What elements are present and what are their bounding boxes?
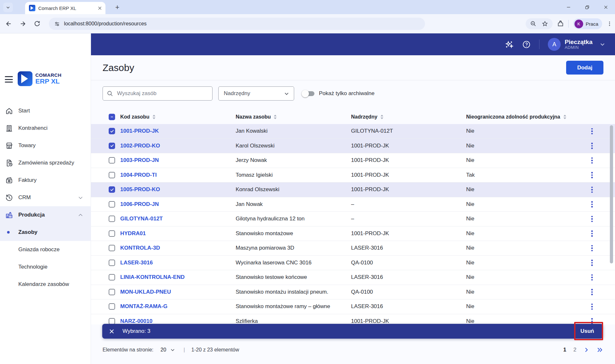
resource-code-link[interactable]: MON-UKLAD-PNEU	[120, 289, 236, 295]
window-close-button[interactable]	[596, 0, 615, 14]
table-row[interactable]: LASER-3016Wycinarka laserowa CNC 3016QA-…	[91, 256, 615, 271]
page-2-button[interactable]: 2	[574, 347, 576, 353]
forward-button[interactable]	[17, 18, 28, 29]
browser-tab[interactable]: Comarch ERP XL	[25, 2, 105, 14]
table-row[interactable]: 1003-PROD-JNJerzy Nowak1001-PROD-JKNie	[91, 153, 615, 168]
row-checkbox[interactable]	[109, 274, 115, 280]
column-header-unlimited[interactable]: Nieograniczona zdolność produkcyjna	[466, 114, 587, 120]
browser-menu-icon[interactable]	[607, 21, 612, 27]
bookmark-star-icon[interactable]	[542, 21, 548, 27]
select-all-checkbox[interactable]	[109, 114, 115, 120]
row-menu-icon[interactable]	[587, 304, 615, 310]
back-button[interactable]	[3, 18, 14, 29]
table-row[interactable]: NARZ-00010Szlifierka1001-PROD-JKNie	[91, 314, 615, 325]
hamburger-menu-icon[interactable]	[5, 76, 13, 83]
resource-code-link[interactable]: 1003-PROD-JN	[120, 157, 236, 164]
row-checkbox[interactable]	[109, 216, 115, 222]
window-restore-button[interactable]	[578, 0, 596, 14]
browser-profile[interactable]: K Praca	[573, 18, 602, 29]
parent-filter-dropdown[interactable]: Nadrzędny	[218, 86, 294, 101]
sidebar-item-start[interactable]: Start	[0, 102, 91, 120]
last-page-icon[interactable]	[596, 347, 603, 353]
table-row[interactable]: MONTAŻ-RAMA-GStanowisko montażowe ramy –…	[91, 299, 615, 314]
table-row[interactable]: LINIA-KONTROLNA-ENDStanowisko testowe ko…	[91, 270, 615, 285]
column-header-code[interactable]: Kod zasobu	[120, 114, 236, 120]
sidebar-item-zasoby[interactable]: Zasoby	[0, 224, 91, 241]
tab-search-icon[interactable]	[3, 3, 13, 12]
resource-code-link[interactable]: KONTROLA-3D	[120, 245, 236, 251]
sidebar-item-crm[interactable]: CRM	[0, 189, 91, 206]
table-row[interactable]: GILOTYNA-012TGilotyna hydrauliczna 12 to…	[91, 212, 615, 226]
resource-code-link[interactable]: 1001-PROD-JK	[120, 128, 236, 134]
row-checkbox[interactable]	[109, 289, 115, 295]
page-1-button[interactable]: 1	[563, 347, 566, 353]
resource-parent: 1001-PROD-JK	[351, 157, 466, 164]
resource-code-link[interactable]: 1005-PROD-KO	[120, 186, 236, 193]
row-checkbox[interactable]	[109, 172, 115, 178]
tab-close-icon[interactable]	[97, 6, 102, 11]
reload-button[interactable]	[32, 18, 42, 29]
resource-code-link[interactable]: LINIA-KONTROLNA-END	[120, 274, 236, 280]
help-icon[interactable]	[522, 40, 531, 49]
resource-code-link[interactable]: HYDRA01	[120, 230, 236, 237]
row-checkbox[interactable]	[109, 230, 115, 237]
table-row[interactable]: 1001-PROD-JKJan KowalskiGILOTYNA-012TNie	[91, 124, 615, 139]
column-header-parent[interactable]: Nadrzędny	[351, 114, 466, 120]
per-page-select[interactable]: 20	[160, 347, 166, 353]
row-checkbox[interactable]	[109, 245, 115, 251]
resource-code-link[interactable]: GILOTYNA-012T	[120, 216, 236, 222]
row-checkbox[interactable]	[109, 318, 115, 324]
zoom-out-icon[interactable]	[530, 21, 537, 27]
sidebar-item-towary[interactable]: Towary	[0, 137, 91, 154]
extensions-icon[interactable]	[557, 21, 564, 27]
site-info-icon[interactable]	[54, 21, 60, 27]
table-row[interactable]: KONTROLA-3DMaszyna pomiarowa 3DLASER-301…	[91, 241, 615, 256]
sidebar-item-kontrahenci[interactable]: Kontrahenci	[0, 120, 91, 137]
user-avatar[interactable]: A	[548, 38, 561, 51]
app-logo[interactable]: COMARCH ERP XL	[18, 71, 61, 86]
new-tab-button[interactable]: +	[113, 3, 122, 12]
column-header-name[interactable]: Nazwa zasobu	[236, 114, 351, 120]
row-checkbox[interactable]	[109, 186, 115, 193]
row-checkbox[interactable]	[109, 128, 115, 134]
table-row[interactable]: 1005-PROD-KOKonrad Olszewski1001-PROD-JK…	[91, 182, 615, 197]
user-menu-chevron-icon[interactable]	[600, 41, 605, 47]
table-scrollbar[interactable]	[610, 125, 613, 263]
search-input[interactable]	[116, 90, 206, 97]
sidebar-item-kalendarze-zasobów[interactable]: Kalendarze zasobów	[0, 276, 91, 293]
row-menu-icon[interactable]	[587, 289, 615, 295]
resource-code-link[interactable]: LASER-3016	[120, 260, 236, 266]
resource-code-link[interactable]: 1002-PROD-KO	[120, 143, 236, 149]
table-row[interactable]: MON-UKLAD-PNEUStanowisko montażu instala…	[91, 285, 615, 300]
table-row[interactable]: HYDRA01Stanowisko montażowe1001-PROD-JKN…	[91, 226, 615, 241]
sidebar-item-faktury[interactable]: Faktury	[0, 172, 91, 189]
sidebar-item-technologie[interactable]: Technologie	[0, 258, 91, 276]
table-row[interactable]: 1002-PROD-KOKarol Olszewski1001-PROD-JKN…	[91, 139, 615, 154]
ai-sparkles-icon[interactable]	[505, 40, 514, 49]
address-bar[interactable]: localhost:8000/production/resources	[49, 18, 425, 30]
search-box[interactable]	[103, 86, 213, 101]
sidebar-item-produkcja[interactable]: Produkcja	[0, 206, 91, 224]
per-page-chevron-icon[interactable]	[170, 347, 175, 352]
row-checkbox[interactable]	[109, 157, 115, 164]
clear-selection-icon[interactable]	[109, 328, 115, 334]
row-menu-icon[interactable]	[587, 318, 615, 324]
window-minimize-button[interactable]	[559, 0, 578, 14]
resource-code-link[interactable]: NARZ-00010	[120, 318, 236, 324]
sidebar-item-gniazda-robocze[interactable]: Gniazda robocze	[0, 241, 91, 258]
table-row[interactable]: 1004-PROD-TITomasz Igielski1001-PROD-JKT…	[91, 168, 615, 183]
row-checkbox[interactable]	[109, 303, 115, 310]
row-checkbox[interactable]	[109, 260, 115, 266]
row-menu-icon[interactable]	[587, 274, 615, 281]
archive-toggle[interactable]	[303, 91, 314, 96]
row-checkbox[interactable]	[109, 143, 115, 149]
add-button[interactable]: Dodaj	[566, 61, 603, 75]
row-checkbox[interactable]	[109, 201, 115, 208]
resource-code-link[interactable]: 1004-PROD-TI	[120, 172, 236, 178]
delete-button[interactable]: Usuń	[579, 328, 596, 335]
table-row[interactable]: 1006-PROD-JNJan Nowak–Nie	[91, 197, 615, 212]
resource-code-link[interactable]: MONTAŻ-RAMA-G	[120, 303, 236, 310]
resource-code-link[interactable]: 1006-PROD-JN	[120, 201, 236, 208]
next-page-icon[interactable]	[583, 347, 589, 353]
sidebar-item-zamówienia-sprzedaży[interactable]: Zamówienia sprzedaży	[0, 154, 91, 172]
